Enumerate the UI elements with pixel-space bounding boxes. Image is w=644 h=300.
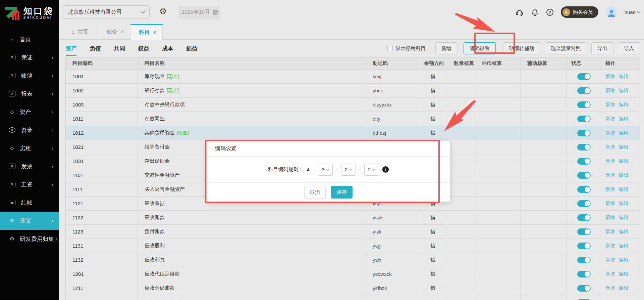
table-row[interactable]: 1212 应收分保合同准备金 ysfbhtzbj 借 新增 <box>66 295 640 300</box>
add-segment-icon[interactable] <box>382 166 389 173</box>
status-toggle[interactable] <box>577 228 591 235</box>
row-edit-link[interactable]: 编辑 <box>619 285 628 291</box>
table-row[interactable]: 1201 应收代位追偿款 ysdwzck 借 新增 编辑 <box>66 267 640 281</box>
sidebar-item[interactable]: ⇆ 结账 › <box>0 194 59 212</box>
table-row[interactable]: 1123 预付账款 yfzk 借 新增 编辑 <box>66 225 640 239</box>
toolbar-button[interactable]: 编码设置 <box>464 42 496 54</box>
category-subtab[interactable]: 负债 <box>90 45 101 56</box>
row-add-link[interactable]: 新增 <box>605 271 615 277</box>
status-toggle[interactable] <box>577 285 591 292</box>
table-row[interactable]: 1012 其他货币资金 [现金] qthbzj 借 新增 编辑 <box>66 126 640 140</box>
status-toggle[interactable] <box>577 73 591 80</box>
show-disabled-checkbox[interactable] <box>387 46 393 51</box>
cancel-button[interactable]: 取消 <box>304 186 326 199</box>
table-row[interactable]: 1003 存放中央银行款项 cfzyyxkx 借 新增 编辑 <box>66 98 640 112</box>
avatar[interactable] <box>606 6 617 18</box>
status-toggle[interactable] <box>577 130 591 136</box>
status-toggle[interactable] <box>577 186 591 193</box>
page-tab[interactable]: 科目 × <box>130 24 163 40</box>
row-add-link[interactable]: 新增 <box>605 243 615 249</box>
sidebar-item[interactable]: ⌂ 首页 › <box>0 30 59 48</box>
status-toggle[interactable] <box>577 271 591 277</box>
code-length-select[interactable]: 2 <box>341 164 356 176</box>
status-toggle[interactable] <box>577 299 591 300</box>
row-add-link[interactable]: 新增 <box>605 158 615 164</box>
status-toggle[interactable] <box>577 200 591 207</box>
sidebar-item[interactable]: ¥ 发票 › <box>0 157 59 175</box>
status-toggle[interactable] <box>577 144 591 151</box>
row-edit-link[interactable]: 编辑 <box>619 172 628 178</box>
row-edit-link[interactable]: 编辑 <box>619 158 628 164</box>
row-add-link[interactable]: 新增 <box>605 102 615 108</box>
row-add-link[interactable]: 新增 <box>605 201 615 207</box>
row-edit-link[interactable]: 编辑 <box>619 215 628 221</box>
status-toggle[interactable] <box>577 158 591 165</box>
status-toggle[interactable] <box>577 101 591 108</box>
code-length-select[interactable]: 3 <box>318 164 333 176</box>
status-toggle[interactable] <box>577 172 591 179</box>
row-add-link[interactable]: 新增 <box>605 172 615 178</box>
save-button[interactable]: 保存 <box>331 186 353 199</box>
sidebar-item[interactable]: ◇ 资产 › <box>0 103 59 121</box>
gear-icon[interactable]: ⚙ <box>159 7 167 15</box>
status-toggle[interactable] <box>577 243 591 249</box>
username[interactable]: huan <box>625 9 640 15</box>
bell-icon[interactable] <box>531 8 539 16</box>
row-add-link[interactable]: 新增 <box>605 74 615 80</box>
period-picker[interactable]: 2025年10月 <box>179 6 220 18</box>
category-subtab[interactable]: 成本 <box>162 45 173 56</box>
status-toggle[interactable] <box>577 257 591 263</box>
status-toggle[interactable] <box>577 116 591 122</box>
headset-icon[interactable] <box>516 8 524 16</box>
company-select[interactable]: 北京欢乐科技有限公司 <box>63 5 150 19</box>
sidebar-item[interactable]: ¥ 资金 › <box>0 121 59 139</box>
row-edit-link[interactable]: 编辑 <box>619 130 628 136</box>
row-add-link[interactable]: 新增 <box>605 116 615 122</box>
sidebar-item[interactable]: ⚙ 设置 › <box>0 212 59 230</box>
page-tab[interactable]: ⌂ 首页 <box>65 24 98 40</box>
help-icon[interactable] <box>546 9 553 16</box>
row-edit-link[interactable]: 编辑 <box>619 243 628 249</box>
toolbar-button[interactable]: 明细转辅助 <box>503 42 540 54</box>
table-row[interactable]: 1011 存放同业 cfty 借 新增 编辑 <box>66 112 640 126</box>
row-edit-link[interactable]: 编辑 <box>619 186 628 192</box>
table-row[interactable]: 1132 应收利息 yslx 借 新增 编辑 <box>66 253 640 267</box>
toolbar-button[interactable]: 现金流量对照 <box>545 42 587 54</box>
page-tab[interactable]: 账套 × <box>98 24 130 40</box>
sidebar-item[interactable]: ⚙ 研发费用归集 › <box>0 230 59 248</box>
row-add-link[interactable]: 新增 <box>605 229 615 235</box>
row-add-link[interactable]: 新增 <box>605 186 615 192</box>
sidebar-item[interactable]: ◇ 房租 › <box>0 139 59 157</box>
row-add-link[interactable]: 新增 <box>605 88 615 94</box>
table-row[interactable]: 1211 应收分保账款 ysfbzk 借 新增 编辑 <box>66 281 640 295</box>
row-edit-link[interactable]: 编辑 <box>619 271 628 277</box>
table-row[interactable]: 1131 应收股利 ysgl 借 新增 编辑 <box>66 239 640 253</box>
category-subtab[interactable]: 损益 <box>186 45 198 56</box>
row-edit-link[interactable]: 编辑 <box>619 201 628 207</box>
row-add-link[interactable]: 新增 <box>605 130 615 136</box>
buy-member-button[interactable]: V 购买会员 <box>561 6 598 18</box>
row-edit-link[interactable]: 编辑 <box>619 74 628 80</box>
row-edit-link[interactable]: 编辑 <box>619 116 628 122</box>
row-add-link[interactable]: 新增 <box>605 257 615 263</box>
sidebar-item[interactable]: ¥ 凭证 › <box>0 48 59 67</box>
row-edit-link[interactable]: 编辑 <box>619 144 628 150</box>
sidebar-item[interactable]: ¥ 账簿 › <box>0 67 59 85</box>
row-edit-link[interactable]: 编辑 <box>619 229 628 235</box>
category-subtab[interactable]: 共同 <box>114 45 125 56</box>
table-row[interactable]: 1001 库存现金 [现金] kcxj 借 新增 编辑 <box>66 70 640 84</box>
status-toggle[interactable] <box>577 87 591 94</box>
table-row[interactable]: 1122 应收账款 yszk 借 新增 编辑 <box>66 211 640 225</box>
toolbar-button[interactable]: 导出 <box>591 42 613 54</box>
tab-close-icon[interactable]: × <box>121 29 124 35</box>
sidebar-item[interactable]: ↗ 报表 › <box>0 85 59 103</box>
status-toggle[interactable] <box>577 214 591 221</box>
toolbar-button[interactable]: 导入 <box>618 42 640 54</box>
table-row[interactable]: 1002 银行存款 [现金] yhck 借 新增 编辑 <box>66 84 640 98</box>
toolbar-button[interactable]: 新增 <box>435 42 458 54</box>
tab-close-icon[interactable]: × <box>153 30 156 36</box>
category-subtab[interactable]: 资产 <box>65 45 77 56</box>
row-add-link[interactable]: 新增 <box>605 215 615 221</box>
sidebar-item[interactable]: ¥ 工资 › <box>0 175 59 194</box>
row-add-link[interactable]: 新增 <box>605 144 615 150</box>
